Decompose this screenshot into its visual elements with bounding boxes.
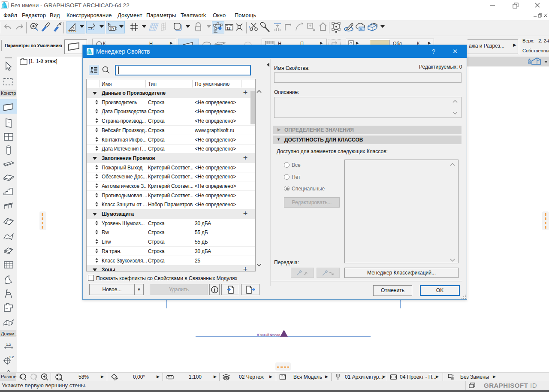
svg-text:1.2: 1.2 [9, 355, 14, 359]
svg-text:12: 12 [226, 26, 231, 30]
svg-text:XY: XY [110, 27, 115, 30]
svg-text:1.2: 1.2 [6, 343, 11, 347]
